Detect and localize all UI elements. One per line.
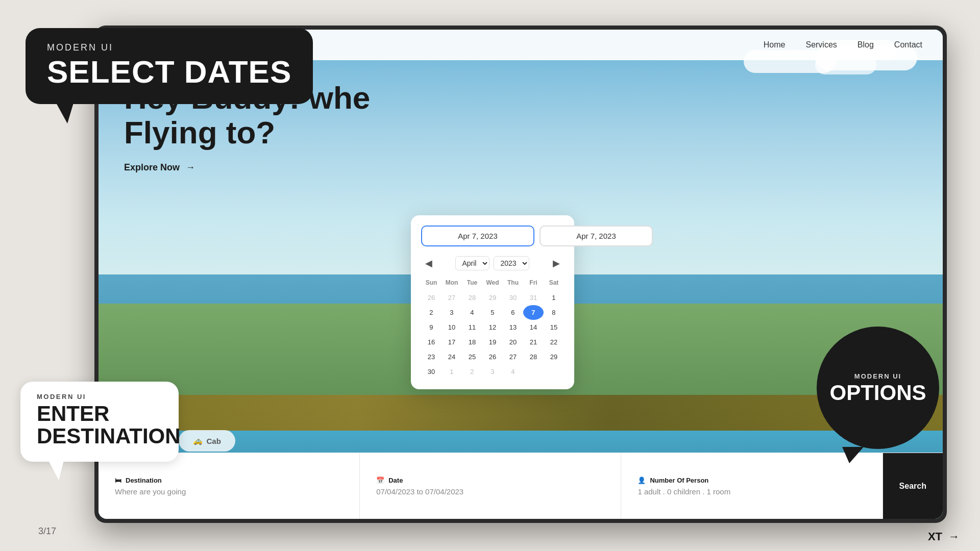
cal-day[interactable]: 14 bbox=[523, 320, 544, 335]
nav-link-contact[interactable]: Contact bbox=[894, 40, 922, 49]
bed-icon: 🛏 bbox=[115, 477, 121, 484]
cal-day[interactable]: 15 bbox=[544, 320, 564, 335]
cal-day[interactable]: 31 bbox=[523, 290, 544, 305]
calendar-dropdown: ◀ April 2023 ▶ Sun Mon Tue Wed Th bbox=[411, 215, 574, 389]
cal-day[interactable]: 29 bbox=[544, 349, 564, 364]
cab-icon: 🚕 bbox=[193, 436, 203, 445]
cal-day[interactable]: 26 bbox=[421, 290, 442, 305]
cal-day-selected[interactable]: 7 bbox=[523, 305, 544, 320]
cal-day[interactable]: 25 bbox=[462, 349, 482, 364]
cal-day[interactable]: 23 bbox=[421, 349, 442, 364]
nav-link-home[interactable]: Home bbox=[764, 40, 786, 49]
cal-month-select[interactable]: April bbox=[455, 256, 489, 270]
hero-cta-label: Explore Now bbox=[124, 162, 180, 173]
cal-date-inputs bbox=[421, 226, 564, 246]
cal-day[interactable]: 4 bbox=[503, 364, 523, 379]
weekday-thu: Thu bbox=[503, 277, 523, 288]
search-bar: 🛏 Destination Where are you going 📅 Date… bbox=[99, 453, 943, 519]
cal-prev-btn[interactable]: ◀ bbox=[421, 256, 436, 271]
weekday-sat: Sat bbox=[544, 277, 564, 288]
hero-cta-arrow: → bbox=[186, 162, 195, 173]
search-button[interactable]: Search bbox=[883, 453, 943, 519]
cal-day[interactable]: 26 bbox=[482, 349, 503, 364]
cal-day[interactable]: 16 bbox=[421, 335, 442, 349]
weekday-wed: Wed bbox=[482, 277, 503, 288]
nav-link-services[interactable]: Services bbox=[805, 40, 837, 49]
cal-day[interactable]: 13 bbox=[503, 320, 523, 335]
cal-day[interactable]: 30 bbox=[503, 290, 523, 305]
cal-grid: Sun Mon Tue Wed Thu Fri Sat 26 27 28 29 … bbox=[421, 277, 564, 379]
cal-day[interactable]: 18 bbox=[462, 335, 482, 349]
persons-value: 1 adult . 0 children . 1 room bbox=[638, 487, 866, 496]
cal-month-year: April 2023 bbox=[455, 256, 529, 270]
destination-label: 🛏 Destination bbox=[115, 477, 343, 484]
tab-cab-label: Cab bbox=[207, 437, 221, 445]
cal-next-btn[interactable]: ▶ bbox=[549, 256, 564, 271]
cal-day[interactable]: 28 bbox=[523, 349, 544, 364]
cal-day[interactable]: 17 bbox=[442, 335, 462, 349]
cal-days: 26 27 28 29 30 31 1 2 3 4 5 6 7 8 9 bbox=[421, 290, 564, 379]
cal-day[interactable]: 27 bbox=[503, 349, 523, 364]
cal-day[interactable]: 22 bbox=[544, 335, 564, 349]
calendar-icon: 📅 bbox=[376, 477, 384, 484]
cal-day[interactable]: 8 bbox=[544, 305, 564, 320]
cal-day[interactable]: 21 bbox=[523, 335, 544, 349]
cal-day[interactable]: 1 bbox=[442, 364, 462, 379]
date-field[interactable]: 📅 Date 07/04/2023 to 07/04/2023 bbox=[360, 453, 621, 519]
next-button[interactable]: XT → bbox=[928, 530, 960, 543]
cal-day[interactable]: 5 bbox=[482, 305, 503, 320]
cal-day[interactable]: 1 bbox=[544, 290, 564, 305]
cal-day[interactable]: 6 bbox=[503, 305, 523, 320]
cal-day[interactable]: 9 bbox=[421, 320, 442, 335]
cal-day bbox=[544, 364, 564, 379]
date-label: 📅 Date bbox=[376, 477, 604, 484]
cal-year-select[interactable]: 2023 bbox=[494, 256, 529, 270]
cal-day[interactable]: 12 bbox=[482, 320, 503, 335]
bubble-title-select-dates: SELECT DATES bbox=[47, 56, 291, 88]
cal-date-to[interactable] bbox=[540, 226, 653, 246]
cal-weekdays: Sun Mon Tue Wed Thu Fri Sat bbox=[421, 277, 564, 288]
cal-day[interactable]: 30 bbox=[421, 364, 442, 379]
next-label: XT bbox=[928, 530, 942, 543]
nav-links: Home Services Blog Contact bbox=[764, 40, 922, 49]
person-icon: 👤 bbox=[638, 477, 646, 484]
bubble-title-options: OPTIONS bbox=[829, 382, 926, 404]
bubble-subtitle-destination: MODERN UI bbox=[37, 393, 162, 400]
cal-day[interactable]: 27 bbox=[442, 290, 462, 305]
cal-day[interactable]: 20 bbox=[503, 335, 523, 349]
cal-day[interactable]: 3 bbox=[482, 364, 503, 379]
cal-day[interactable]: 4 bbox=[462, 305, 482, 320]
bubble-subtitle-select-dates: MODERN UI bbox=[47, 42, 291, 53]
speech-bubble-options: MODERN UI OPTIONS bbox=[817, 327, 939, 449]
date-value: 07/04/2023 to 07/04/2023 bbox=[376, 487, 604, 496]
cal-day bbox=[523, 364, 544, 379]
hero-title-line2: Flying to? bbox=[124, 115, 275, 150]
weekday-mon: Mon bbox=[442, 277, 462, 288]
bubble-subtitle-options: MODERN UI bbox=[854, 372, 901, 380]
persons-label: 👤 Number Of Person bbox=[638, 477, 866, 484]
cal-nav: ◀ April 2023 ▶ bbox=[421, 256, 564, 271]
cal-day[interactable]: 29 bbox=[482, 290, 503, 305]
speech-bubble-select-dates: MODERN UI SELECT DATES bbox=[26, 28, 313, 104]
destination-placeholder: Where are you going bbox=[115, 487, 343, 496]
cal-date-from[interactable] bbox=[421, 226, 534, 246]
bubble-title-destination: ENTERDESTINATION bbox=[37, 403, 162, 447]
slide-number: 3/17 bbox=[38, 526, 56, 537]
speech-bubble-enter-destination: MODERN UI ENTERDESTINATION bbox=[20, 382, 179, 462]
cal-day[interactable]: 3 bbox=[442, 305, 462, 320]
cal-day[interactable]: 11 bbox=[462, 320, 482, 335]
weekday-fri: Fri bbox=[523, 277, 544, 288]
hero-cta[interactable]: Explore Now → bbox=[124, 162, 370, 173]
cal-day[interactable]: 2 bbox=[462, 364, 482, 379]
cal-day[interactable]: 24 bbox=[442, 349, 462, 364]
destination-field[interactable]: 🛏 Destination Where are you going bbox=[99, 453, 360, 519]
weekday-sun: Sun bbox=[421, 277, 442, 288]
tab-cab[interactable]: 🚕 Cab bbox=[179, 430, 235, 452]
weekday-tue: Tue bbox=[462, 277, 482, 288]
cal-day[interactable]: 10 bbox=[442, 320, 462, 335]
next-arrow-icon: → bbox=[948, 530, 960, 543]
cal-day[interactable]: 19 bbox=[482, 335, 503, 349]
cal-day[interactable]: 2 bbox=[421, 305, 442, 320]
nav-link-blog[interactable]: Blog bbox=[857, 40, 874, 49]
cal-day[interactable]: 28 bbox=[462, 290, 482, 305]
